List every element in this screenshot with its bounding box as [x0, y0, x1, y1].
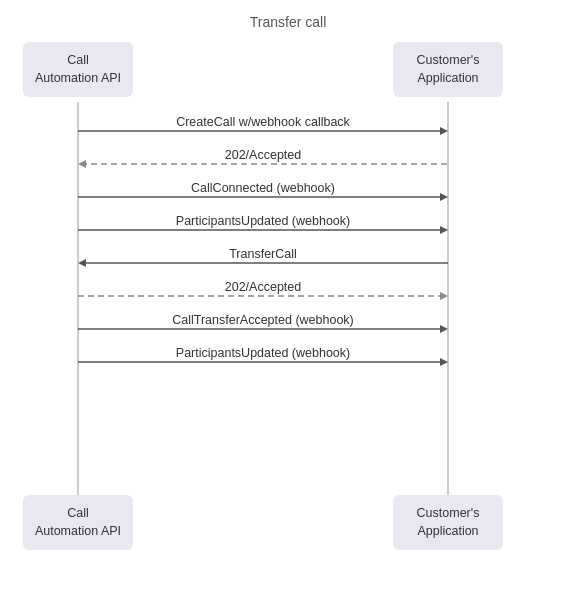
svg-text:202/Accepted: 202/Accepted [225, 280, 301, 294]
diagram-container: Transfer call CallAutomation API Custome… [0, 0, 576, 595]
svg-text:ParticipantsUpdated (webhook): ParticipantsUpdated (webhook) [176, 346, 350, 360]
actor-right-top: Customer'sApplication [393, 42, 503, 97]
svg-marker-12 [440, 226, 448, 234]
svg-marker-6 [78, 160, 86, 168]
svg-marker-15 [78, 259, 86, 267]
actor-left-top: CallAutomation API [23, 42, 133, 97]
svg-marker-18 [440, 292, 448, 300]
actor-left-top-label: CallAutomation API [35, 53, 121, 85]
actor-right-bottom-label: Customer'sApplication [417, 506, 480, 538]
actor-left-bottom: CallAutomation API [23, 495, 133, 550]
svg-text:CreateCall w/webhook callback: CreateCall w/webhook callback [176, 115, 350, 129]
actor-right-top-label: Customer'sApplication [417, 53, 480, 85]
svg-text:CallConnected (webhook): CallConnected (webhook) [191, 181, 335, 195]
svg-marker-21 [440, 325, 448, 333]
svg-marker-3 [440, 127, 448, 135]
svg-marker-24 [440, 358, 448, 366]
actor-left-bottom-label: CallAutomation API [35, 506, 121, 538]
svg-text:202/Accepted: 202/Accepted [225, 148, 301, 162]
svg-text:ParticipantsUpdated (webhook): ParticipantsUpdated (webhook) [176, 214, 350, 228]
svg-text:CallTransferAccepted (webhook): CallTransferAccepted (webhook) [172, 313, 354, 327]
svg-text:TransferCall: TransferCall [229, 247, 297, 261]
actor-right-bottom: Customer'sApplication [393, 495, 503, 550]
diagram-title: Transfer call [0, 0, 576, 30]
svg-marker-9 [440, 193, 448, 201]
